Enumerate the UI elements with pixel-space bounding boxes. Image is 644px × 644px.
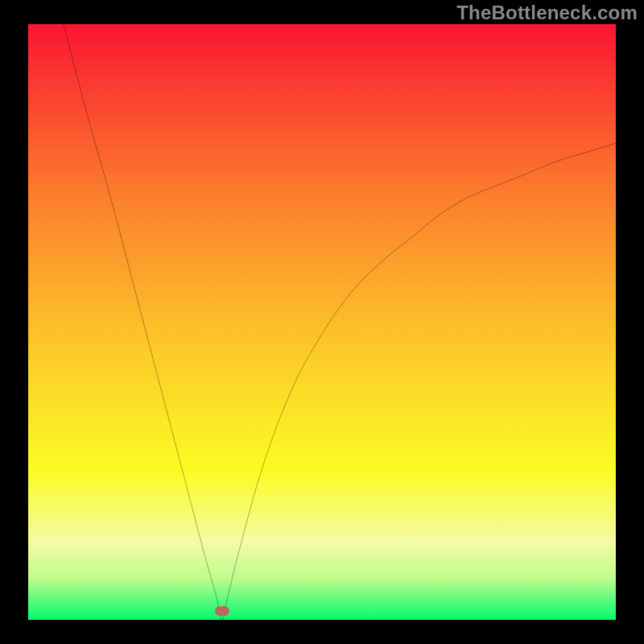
chart-container: TheBottleneck.com — [0, 0, 644, 644]
plot-area — [28, 24, 616, 620]
minimum-marker — [215, 606, 229, 616]
bottleneck-curve — [28, 24, 616, 620]
curve-path — [64, 24, 616, 620]
watermark-text: TheBottleneck.com — [456, 2, 638, 24]
